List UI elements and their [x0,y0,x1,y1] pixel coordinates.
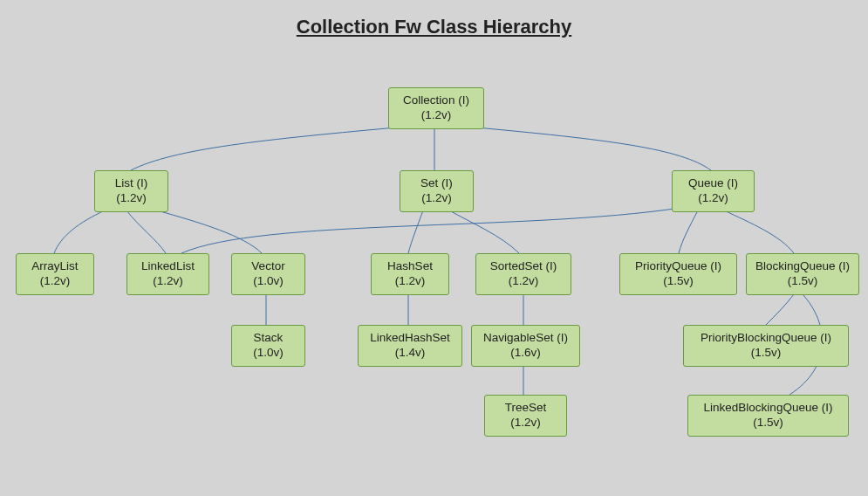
node-version: (1.2v) [395,274,426,287]
node-blockingqueue: BlockingQueue (I) (1.5v) [746,253,859,295]
node-label: Stack [254,331,284,344]
node-version: (1.2v) [40,274,71,287]
node-label: SortedSet (I) [490,259,557,272]
node-priorityblockingqueue: PriorityBlockingQueue (I) (1.5v) [683,325,849,367]
node-label: LinkedList [141,259,195,272]
node-vector: Vector (1.0v) [231,253,305,295]
node-label: PriorityQueue (I) [635,259,721,272]
node-version: (1.4v) [395,346,426,359]
node-set: Set (I) (1.2v) [400,170,474,212]
node-label: LinkedBlockingQueue (I) [704,401,833,414]
node-sortedset: SortedSet (I) (1.2v) [475,253,571,295]
node-label: Queue (I) [688,176,738,189]
node-version: (1.5v) [663,274,694,287]
node-label: List (I) [115,176,148,189]
node-version: (1.2v) [421,191,452,204]
node-label: ArrayList [31,259,78,272]
node-linkedlist: LinkedList (1.2v) [126,253,209,295]
node-label: LinkedHashSet [370,331,450,344]
node-version: (1.0v) [253,274,284,287]
node-label: TreeSet [505,401,547,414]
node-priorityqueue: PriorityQueue (I) (1.5v) [619,253,737,295]
node-arraylist: ArrayList (1.2v) [16,253,94,295]
node-label: BlockingQueue (I) [755,259,850,272]
node-version: (1.2v) [509,274,539,287]
node-version: (1.5v) [751,346,782,359]
node-label: PriorityBlockingQueue (I) [701,331,831,344]
node-list: List (I) (1.2v) [94,170,168,212]
node-version: (1.6v) [510,346,541,359]
diagram-canvas: Collection Fw Class Hierarchy [0,0,868,496]
node-label: Vector [251,259,284,272]
node-version: (1.2v) [153,274,183,287]
node-hashset: HashSet (1.2v) [371,253,449,295]
node-label: Set (I) [420,176,453,189]
node-version: (1.2v) [421,108,452,121]
node-version: (1.2v) [698,191,728,204]
node-label: NavigableSet (I) [483,331,568,344]
node-version: (1.0v) [253,346,284,359]
node-linkedblockingqueue: LinkedBlockingQueue (I) (1.5v) [687,395,849,437]
node-version: (1.2v) [510,416,541,429]
node-linkedhashset: LinkedHashSet (1.4v) [358,325,462,367]
node-version: (1.5v) [753,416,783,429]
diagram-title: Collection Fw Class Hierarchy [0,16,868,38]
node-queue: Queue (I) (1.2v) [672,170,755,212]
node-stack: Stack (1.0v) [231,325,305,367]
node-version: (1.2v) [116,191,147,204]
node-version: (1.5v) [788,274,818,287]
node-navigableset: NavigableSet (I) (1.6v) [471,325,580,367]
node-label: HashSet [387,259,433,272]
node-label: Collection (I) [403,93,469,107]
node-treeset: TreeSet (1.2v) [484,395,567,437]
node-collection: Collection (I) (1.2v) [388,87,484,129]
